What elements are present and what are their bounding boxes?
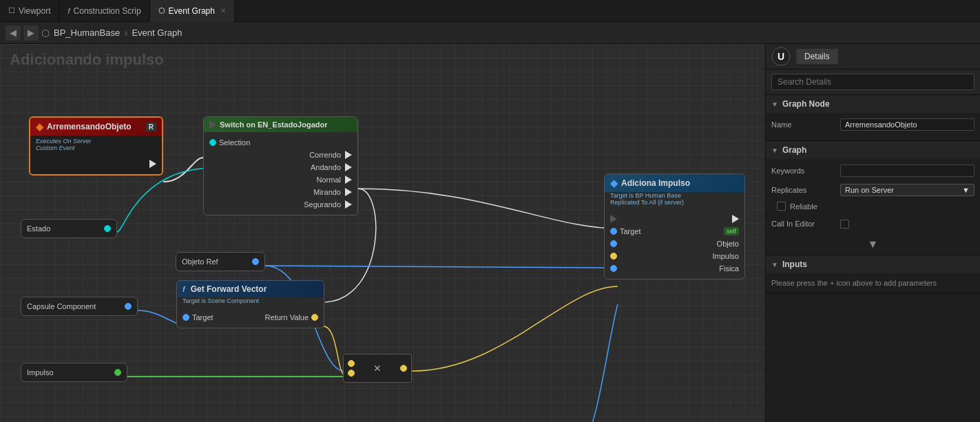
- replicates-dropdown[interactable]: Run on Server ▼: [840, 184, 974, 196]
- reliable-checkbox[interactable]: [777, 202, 786, 211]
- gfv-target-label: Target: [192, 313, 265, 321]
- node-arremensando[interactable]: ◆ ArremensandoObjeto R Executes On Serve…: [29, 116, 163, 176]
- switch-andando-row: Andando: [204, 161, 357, 173]
- normal-exec-out: [345, 176, 352, 184]
- adiciona-target-label: Target: [620, 227, 724, 235]
- breadcrumb-current: Event Graph: [132, 28, 182, 38]
- adiciona-objeto-label: Objeto: [717, 240, 739, 248]
- dropdown-chevron: ▼: [962, 186, 970, 194]
- graph-section-header[interactable]: ▼ Graph: [766, 141, 980, 159]
- expand-section: ▼: [771, 235, 974, 251]
- tab-construction-label: Construction Scrip: [74, 6, 141, 16]
- objeto-label: Objeto Ref: [182, 257, 218, 266]
- graph-node-arrow: ▼: [771, 101, 778, 108]
- node-adiciona-impulso[interactable]: ◆ Adiciona Impulso Target is BP Human Ba…: [604, 173, 745, 279]
- panel-top-bar: U Details: [766, 44, 980, 70]
- node-gfv-body: Target Return Value: [177, 307, 324, 328]
- adiciona-impulso-row: Impulso: [605, 250, 744, 262]
- node-capsule[interactable]: Capsule Component: [21, 297, 138, 316]
- node-estado-body: Estado: [21, 220, 116, 238]
- back-button[interactable]: ◀: [6, 25, 21, 41]
- search-details-input[interactable]: [771, 74, 974, 90]
- func-icon: f: [183, 285, 185, 293]
- tab-close-icon[interactable]: ✕: [220, 7, 226, 14]
- node-switch[interactable]: Switch on EN_EstadoJogador Selection Cor…: [203, 116, 358, 215]
- name-label: Name: [771, 120, 840, 129]
- search-bar: [766, 70, 980, 95]
- call-in-editor-checkbox[interactable]: [840, 220, 849, 229]
- details-tab[interactable]: Details: [796, 49, 838, 64]
- adiciona-impulso-label: Impulso: [712, 252, 739, 260]
- node-arremensando-subtitles: Executes On Server Custom Event: [30, 136, 162, 154]
- name-prop-row: Name: [771, 117, 974, 132]
- gfv-return-pin: [311, 314, 318, 321]
- multiply-in1: [348, 360, 355, 367]
- graph-section: ▼ Graph Keywords Replicates Run on Serve…: [766, 141, 980, 255]
- keywords-label: Keywords: [771, 167, 840, 175]
- impulso-pin-out: [114, 369, 121, 376]
- gfv-target-pin: [183, 314, 189, 321]
- node-impulso-body: Impulso: [21, 363, 127, 381]
- adiciona-icon: ◆: [610, 178, 618, 189]
- blueprint-icon: ⬡: [41, 28, 50, 39]
- multiply-out: [400, 365, 407, 372]
- andando-label: Andando: [311, 163, 341, 171]
- node-estado[interactable]: Estado: [21, 219, 117, 238]
- switch-mirando-row: Mirando: [204, 186, 357, 198]
- switch-normal-row: Normal: [204, 173, 357, 186]
- tab-construction[interactable]: f Construction Scrip: [59, 0, 149, 22]
- inputs-placeholder: Please press the + icon above to add par…: [766, 273, 980, 293]
- node-arremensando-body: [30, 154, 162, 174]
- node-multiply-body: ✕: [344, 355, 411, 382]
- node-switch-body: Selection Correndo Andando Normal: [204, 132, 357, 215]
- graph-node-header[interactable]: ▼ Graph Node: [766, 95, 980, 113]
- breadcrumb-root[interactable]: BP_HumanBase: [54, 28, 120, 38]
- adiciona-exec-row: [605, 213, 744, 225]
- inputs-section-header[interactable]: ▼ Inputs: [766, 255, 980, 273]
- node-gfv-title: Get Forward Vector: [191, 284, 267, 294]
- name-input[interactable]: [840, 118, 974, 131]
- breadcrumb-separator: ›: [124, 27, 127, 39]
- right-panel: U Details ▼ Graph Node Name ▼: [765, 44, 980, 422]
- graph-canvas[interactable]: Adicionando impulso: [0, 44, 765, 422]
- expand-arrow[interactable]: ▼: [868, 238, 879, 250]
- replicates-value: Run on Server: [845, 186, 894, 194]
- node-arremensando-exec-out: [30, 158, 162, 170]
- node-get-forward-vector[interactable]: f Get Forward Vector Target is Scene Com…: [176, 280, 324, 328]
- forward-button[interactable]: ▶: [23, 25, 39, 41]
- graph-node-section: ▼ Graph Node Name: [766, 95, 980, 141]
- tab-event-graph[interactable]: ⬡ Event Graph ✕: [150, 0, 235, 22]
- estado-pin-row: Estado: [21, 222, 116, 235]
- self-badge: self: [724, 227, 739, 235]
- adiciona-sub1: Target is BP Human Base: [610, 192, 739, 199]
- graph-arrow: ▼: [771, 147, 778, 154]
- graph-section-label: Graph: [782, 145, 806, 155]
- switch-selection-row: Selection: [204, 136, 357, 149]
- node-multiply[interactable]: ✕: [343, 354, 412, 383]
- segurando-exec-out: [345, 200, 352, 209]
- switch-exec-in: [209, 120, 216, 129]
- event-graph-icon: ⬡: [158, 6, 165, 15]
- node-adiciona-header: ◆ Adiciona Impulso: [605, 174, 744, 192]
- node-capsule-body: Capsule Component: [21, 297, 137, 315]
- tab-event-graph-label: Event Graph: [169, 6, 215, 16]
- node-objeto[interactable]: Objeto Ref: [176, 252, 265, 271]
- gfv-target-row: Target Return Value: [177, 311, 324, 324]
- capsule-pin-out: [125, 303, 132, 310]
- adiciona-fisica-pin: [610, 265, 617, 272]
- adiciona-sub2: Replicated To All (if server): [610, 199, 739, 206]
- correndo-label: Correndo: [309, 151, 341, 159]
- keywords-row: Keywords: [771, 163, 974, 178]
- node-impulso[interactable]: Impulso: [21, 363, 127, 382]
- mirando-label: Mirando: [313, 188, 341, 196]
- call-in-editor-label: Call In Editor: [771, 220, 840, 228]
- tab-viewport[interactable]: ☐ Viewport: [0, 0, 59, 22]
- replicated-badge: R: [146, 123, 156, 131]
- node-gfv-header: f Get Forward Vector: [177, 281, 324, 297]
- multiply-pins: ✕: [348, 360, 407, 377]
- svg-text:U: U: [778, 51, 784, 62]
- keywords-input[interactable]: [840, 165, 974, 177]
- reliable-label: Reliable: [790, 202, 817, 211]
- call-in-editor-row: Call In Editor: [771, 216, 974, 231]
- switch-correndo-row: Correndo: [204, 149, 357, 161]
